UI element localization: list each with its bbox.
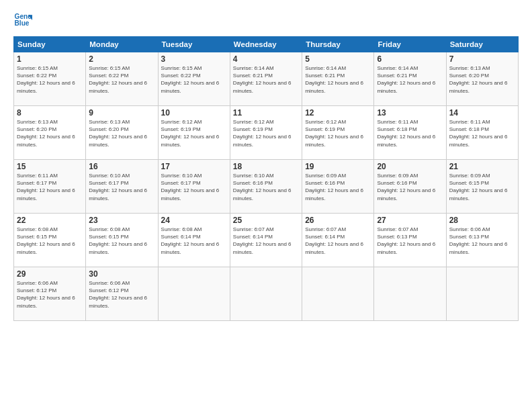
page: General Blue SundayMondayTuesdayWednesda… [0,0,532,411]
calendar-cell: 14Sunrise: 6:11 AMSunset: 6:18 PMDayligh… [446,106,518,160]
calendar-cell: 6Sunrise: 6:14 AMSunset: 6:21 PMDaylight… [374,52,446,106]
calendar-cell: 4Sunrise: 6:14 AMSunset: 6:21 PMDaylight… [230,52,302,106]
day-number: 26 [305,216,371,225]
day-info: Sunrise: 6:10 AMSunset: 6:17 PMDaylight:… [89,172,154,202]
calendar-cell: 8Sunrise: 6:13 AMSunset: 6:20 PMDaylight… [14,106,86,160]
day-info: Sunrise: 6:12 AMSunset: 6:19 PMDaylight:… [233,118,299,148]
calendar-cell: 27Sunrise: 6:07 AMSunset: 6:13 PMDayligh… [374,214,446,267]
calendar-cell: 22Sunrise: 6:08 AMSunset: 6:15 PMDayligh… [14,214,86,267]
day-number: 27 [377,216,443,225]
day-info: Sunrise: 6:11 AMSunset: 6:17 PMDaylight:… [17,172,83,202]
day-number: 1 [17,54,83,64]
calendar-cell [374,267,446,321]
calendar-cell: 5Sunrise: 6:14 AMSunset: 6:21 PMDaylight… [302,52,374,106]
day-info: Sunrise: 6:11 AMSunset: 6:18 PMDaylight:… [377,118,443,148]
calendar-cell: 19Sunrise: 6:09 AMSunset: 6:16 PMDayligh… [302,160,374,214]
day-info: Sunrise: 6:06 AMSunset: 6:13 PMDaylight:… [449,226,515,256]
day-number: 10 [161,108,227,118]
svg-text:Blue: Blue [15,19,30,27]
day-number: 30 [89,269,154,279]
calendar-cell [158,267,230,321]
day-info: Sunrise: 6:11 AMSunset: 6:18 PMDaylight:… [449,118,515,148]
day-info: Sunrise: 6:07 AMSunset: 6:13 PMDaylight:… [377,226,443,256]
day-info: Sunrise: 6:08 AMSunset: 6:15 PMDaylight:… [17,226,83,256]
week-row-1: 1Sunrise: 6:15 AMSunset: 6:22 PMDaylight… [14,52,519,106]
logo: General Blue [13,11,35,30]
day-info: Sunrise: 6:06 AMSunset: 6:12 PMDaylight:… [89,279,154,310]
day-number: 28 [449,216,515,225]
weekday-header-friday: Friday [374,37,446,52]
day-info: Sunrise: 6:08 AMSunset: 6:14 PMDaylight:… [161,226,227,256]
week-row-4: 22Sunrise: 6:08 AMSunset: 6:15 PMDayligh… [14,214,519,267]
calendar-cell: 21Sunrise: 6:09 AMSunset: 6:15 PMDayligh… [446,160,518,214]
day-info: Sunrise: 6:09 AMSunset: 6:16 PMDaylight:… [305,172,371,202]
day-info: Sunrise: 6:14 AMSunset: 6:21 PMDaylight:… [377,64,443,95]
calendar-cell: 11Sunrise: 6:12 AMSunset: 6:19 PMDayligh… [230,106,302,160]
calendar-cell: 16Sunrise: 6:10 AMSunset: 6:17 PMDayligh… [86,160,158,214]
weekday-header-saturday: Saturday [446,37,518,52]
calendar-cell: 18Sunrise: 6:10 AMSunset: 6:16 PMDayligh… [230,160,302,214]
day-number: 24 [161,216,227,225]
day-number: 18 [233,162,299,171]
day-number: 25 [233,216,299,225]
day-number: 2 [89,54,154,64]
weekday-header-thursday: Thursday [302,37,374,52]
weekday-header-monday: Monday [86,37,158,52]
day-number: 13 [377,108,443,118]
day-info: Sunrise: 6:12 AMSunset: 6:19 PMDaylight:… [161,118,227,148]
day-number: 19 [305,162,371,171]
calendar-cell: 29Sunrise: 6:06 AMSunset: 6:12 PMDayligh… [14,267,86,321]
weekday-header-sunday: Sunday [14,37,86,52]
day-number: 6 [377,54,443,64]
day-number: 29 [17,269,83,279]
day-info: Sunrise: 6:07 AMSunset: 6:14 PMDaylight:… [233,226,299,256]
calendar-cell: 23Sunrise: 6:08 AMSunset: 6:15 PMDayligh… [86,214,158,267]
day-number: 4 [233,54,299,64]
day-number: 9 [89,108,154,118]
day-number: 21 [449,162,515,171]
calendar-cell: 9Sunrise: 6:13 AMSunset: 6:20 PMDaylight… [86,106,158,160]
day-number: 5 [305,54,371,64]
calendar-cell: 3Sunrise: 6:15 AMSunset: 6:22 PMDaylight… [158,52,230,106]
day-number: 11 [233,108,299,118]
calendar-cell: 25Sunrise: 6:07 AMSunset: 6:14 PMDayligh… [230,214,302,267]
day-info: Sunrise: 6:09 AMSunset: 6:16 PMDaylight:… [377,172,443,202]
calendar-cell: 12Sunrise: 6:12 AMSunset: 6:19 PMDayligh… [302,106,374,160]
calendar-cell: 7Sunrise: 6:13 AMSunset: 6:20 PMDaylight… [446,52,518,106]
day-info: Sunrise: 6:12 AMSunset: 6:19 PMDaylight:… [305,118,371,148]
day-number: 17 [161,162,227,171]
day-number: 14 [449,108,515,118]
day-number: 7 [449,54,515,64]
weekday-header-row: SundayMondayTuesdayWednesdayThursdayFrid… [14,37,519,52]
day-info: Sunrise: 6:14 AMSunset: 6:21 PMDaylight:… [305,64,371,95]
week-row-5: 29Sunrise: 6:06 AMSunset: 6:12 PMDayligh… [14,267,519,321]
calendar-cell: 26Sunrise: 6:07 AMSunset: 6:14 PMDayligh… [302,214,374,267]
calendar-cell: 15Sunrise: 6:11 AMSunset: 6:17 PMDayligh… [14,160,86,214]
day-info: Sunrise: 6:07 AMSunset: 6:14 PMDaylight:… [305,226,371,256]
calendar-cell [446,267,518,321]
day-info: Sunrise: 6:13 AMSunset: 6:20 PMDaylight:… [17,118,83,148]
calendar-cell: 10Sunrise: 6:12 AMSunset: 6:19 PMDayligh… [158,106,230,160]
day-number: 20 [377,162,443,171]
week-row-3: 15Sunrise: 6:11 AMSunset: 6:17 PMDayligh… [14,160,519,214]
day-info: Sunrise: 6:15 AMSunset: 6:22 PMDaylight:… [17,64,83,95]
day-info: Sunrise: 6:08 AMSunset: 6:15 PMDaylight:… [89,226,154,256]
day-number: 12 [305,108,371,118]
calendar-cell: 20Sunrise: 6:09 AMSunset: 6:16 PMDayligh… [374,160,446,214]
day-info: Sunrise: 6:10 AMSunset: 6:16 PMDaylight:… [233,172,299,202]
day-number: 8 [17,108,83,118]
logo-icon: General Blue [13,11,32,30]
day-number: 23 [89,216,154,225]
day-number: 15 [17,162,83,171]
weekday-header-wednesday: Wednesday [230,37,302,52]
day-info: Sunrise: 6:13 AMSunset: 6:20 PMDaylight:… [89,118,154,148]
weekday-header-tuesday: Tuesday [158,37,230,52]
calendar-cell [302,267,374,321]
day-info: Sunrise: 6:15 AMSunset: 6:22 PMDaylight:… [89,64,154,95]
day-info: Sunrise: 6:09 AMSunset: 6:15 PMDaylight:… [449,172,515,202]
day-info: Sunrise: 6:15 AMSunset: 6:22 PMDaylight:… [161,64,227,95]
calendar-cell: 28Sunrise: 6:06 AMSunset: 6:13 PMDayligh… [446,214,518,267]
calendar-cell: 17Sunrise: 6:10 AMSunset: 6:17 PMDayligh… [158,160,230,214]
day-number: 22 [17,216,83,225]
header: General Blue [13,11,519,30]
